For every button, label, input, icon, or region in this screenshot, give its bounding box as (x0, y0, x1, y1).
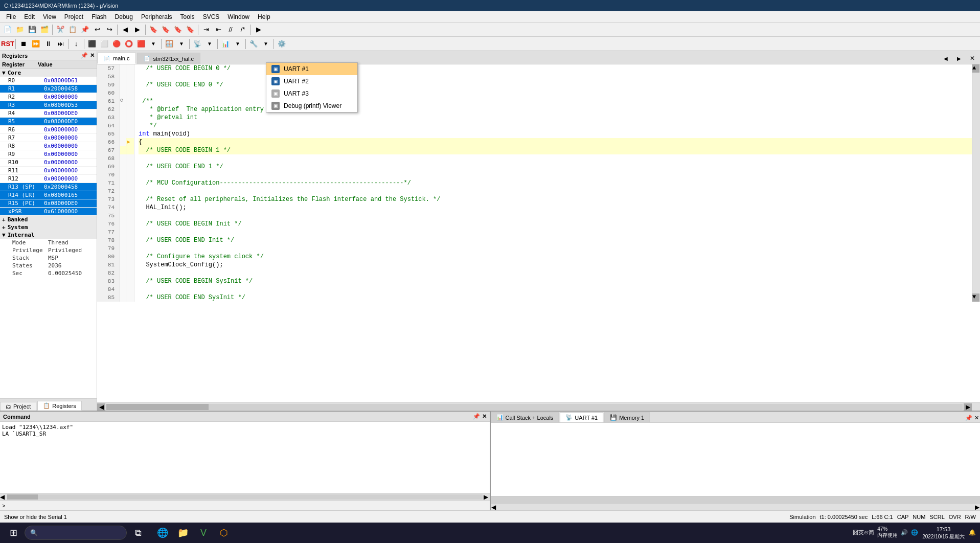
reg-row-r12[interactable]: R12 0x00000000 (0, 175, 97, 183)
tb-run[interactable]: ▶ (253, 24, 264, 35)
cmd-scroll-left[interactable]: ◀ (0, 493, 6, 501)
taskbar-time-block[interactable]: 17:53 2022/10/15 星期六 (922, 526, 965, 539)
menu-svcs[interactable]: SVCS (199, 12, 224, 21)
tb-indent[interactable]: ⇥ (200, 24, 212, 35)
command-content[interactable]: Load "1234\\1234.axf" LA `USART1_SR (0, 422, 490, 493)
bottom-tab-callstack[interactable]: 📊 Call Stack + Locals (491, 412, 559, 422)
file-tab-main[interactable]: 📄 main.c (97, 53, 136, 64)
tb-t2[interactable]: ⏩ (30, 38, 41, 50)
menu-debug[interactable]: Debug (111, 12, 137, 21)
reg-row-r7[interactable]: R7 0x00000000 (0, 134, 97, 142)
reg-row-r4[interactable]: R4 0x08000DE0 (0, 109, 97, 118)
tb-undo[interactable]: ↩ (92, 24, 103, 35)
command-close-icon[interactable]: ✕ (482, 413, 487, 420)
dropdown-uart1[interactable]: ▣ UART #1 (266, 63, 357, 75)
uart-scroll-track[interactable] (491, 496, 981, 504)
reg-row-r5[interactable]: R5 0x08000DE0 (0, 118, 97, 126)
reg-group-core[interactable]: ▼ Core (0, 69, 97, 77)
taskbar-app3[interactable]: V (194, 524, 213, 542)
sound-icon[interactable]: 🔊 (901, 529, 908, 536)
tb-extra-drop[interactable]: ▼ (260, 38, 271, 50)
code-hscroll[interactable]: ◀ ▶ (97, 402, 980, 411)
taskbar-folder[interactable]: 📁 (174, 524, 192, 542)
tb-dbg-drop[interactable]: ▼ (148, 38, 159, 50)
uart-panel-close[interactable]: ✕ (974, 415, 979, 421)
tb-redo[interactable]: ↪ (104, 24, 115, 35)
uart-bottom-left[interactable]: ◀ (491, 504, 497, 510)
tb-comment[interactable]: // (225, 24, 236, 35)
tb-saveall[interactable]: 🗂️ (39, 24, 50, 35)
tb-win[interactable]: 🪟 (164, 38, 175, 50)
tb-nav-back[interactable]: ◀ (120, 24, 131, 35)
tb-gear[interactable]: ⚙️ (276, 38, 287, 50)
reg-row-r13[interactable]: R13 (SP) 0x20000458 (0, 183, 97, 191)
reg-row-r3[interactable]: R3 0x08000D53 (0, 101, 97, 109)
tb-t3[interactable]: ⏸ (42, 38, 54, 50)
cmd-scroll-right[interactable]: ▶ (484, 493, 490, 501)
reg-row-r6[interactable]: R6 0x00000000 (0, 126, 97, 134)
tb-t4[interactable]: ⏭ (55, 38, 66, 50)
tb-new[interactable]: 📄 (2, 24, 13, 35)
menu-help[interactable]: Help (254, 12, 275, 21)
menu-file[interactable]: File (2, 12, 20, 21)
menu-edit[interactable]: Edit (20, 12, 39, 21)
taskbar-app4[interactable]: ⬡ (215, 524, 233, 542)
menu-window[interactable]: Window (223, 12, 254, 21)
tb-dbg2[interactable]: ⬜ (99, 38, 110, 50)
tab-close[interactable]: ✕ (967, 53, 978, 64)
reg-row-r1[interactable]: R1 0x20000458 (0, 85, 97, 93)
reg-row-xpsr[interactable]: xPSR 0x61000000 (0, 208, 97, 216)
lang-indicator[interactable]: 囧英⊙简 (853, 529, 874, 536)
bottom-tab-memory[interactable]: 💾 Memory 1 (604, 412, 650, 422)
tb-nav-fwd[interactable]: ▶ (132, 24, 143, 35)
reg-close-icon[interactable]: ✕ (90, 52, 95, 59)
hscroll-right-btn[interactable]: ▶ (964, 403, 972, 411)
code-vscroll[interactable]: ▲ ▼ (972, 64, 980, 302)
tb-bm4[interactable]: 🔖 (185, 24, 196, 35)
tb-paste[interactable]: 📌 (79, 24, 90, 35)
scroll-track[interactable] (972, 73, 980, 293)
tb-step-in[interactable]: ↓ (71, 38, 82, 50)
cmd-scroll-track[interactable] (7, 494, 483, 500)
hscroll-left-btn[interactable]: ◀ (97, 403, 105, 411)
dropdown-uart2[interactable]: ▣ UART #2 (266, 75, 357, 87)
dropdown-uart3[interactable]: ▣ UART #3 (266, 87, 357, 100)
menu-project[interactable]: Project (60, 12, 87, 21)
reg-row-r15[interactable]: R15 (PC) 0x08000DE0 (0, 199, 97, 208)
uart-bottom-track[interactable] (497, 504, 974, 510)
hscroll-thumb[interactable] (106, 404, 209, 410)
tb-copy[interactable]: 📋 (67, 24, 78, 35)
tb-t1[interactable]: ⏹ (18, 38, 29, 50)
tb-dbg1[interactable]: ⬛ (86, 38, 98, 50)
tb-open[interactable]: 📁 (14, 24, 26, 35)
uart-bottom-right[interactable]: ▶ (974, 504, 980, 510)
tab-registers[interactable]: 📋 Registers (37, 401, 81, 411)
dropdown-debug-viewer[interactable]: ▣ Debug (printf) Viewer (266, 100, 357, 112)
tab-scroll-left[interactable]: ◀ (940, 53, 951, 64)
uart-panel-pin[interactable]: 📌 (965, 415, 972, 421)
taskbar-search[interactable]: 🔍 (25, 526, 127, 540)
reg-row-r10[interactable]: R10 0x00000000 (0, 159, 97, 167)
tab-project[interactable]: 🗂 Project (0, 402, 36, 411)
file-tab-hal[interactable]: 📄 stm32f1xx_hal.c (137, 53, 200, 64)
fold-61[interactable]: ⊖ (120, 97, 126, 105)
tb-serial[interactable]: 📡 (192, 38, 203, 50)
command-pin-icon[interactable]: 📌 (473, 413, 480, 420)
tb-outdent[interactable]: ⇤ (213, 24, 224, 35)
menu-flash[interactable]: Flash (87, 12, 110, 21)
tb-bm2[interactable]: 🔖 (160, 24, 171, 35)
command-hscroll[interactable]: ◀ ▶ (0, 493, 490, 500)
reg-pin-icon[interactable]: 📌 (81, 52, 88, 59)
tb-logic[interactable]: 📊 (220, 38, 231, 50)
tb-bm1[interactable]: 🔖 (148, 24, 159, 35)
uart-bottom-scroll[interactable]: ◀ ▶ (491, 503, 981, 510)
tb-dbg3[interactable]: 🔴 (111, 38, 122, 50)
network-icon[interactable]: 🌐 (911, 529, 918, 536)
start-button[interactable]: ⊞ (4, 524, 22, 542)
hscroll-track[interactable] (106, 404, 963, 410)
tb-save[interactable]: 💾 (27, 24, 38, 35)
scroll-down-btn[interactable]: ▼ (972, 293, 979, 302)
bottom-tab-uart1[interactable]: 📡 UART #1 (560, 412, 603, 422)
scroll-up-btn[interactable]: ▲ (972, 64, 979, 73)
tb-reset[interactable]: RST (2, 38, 13, 50)
